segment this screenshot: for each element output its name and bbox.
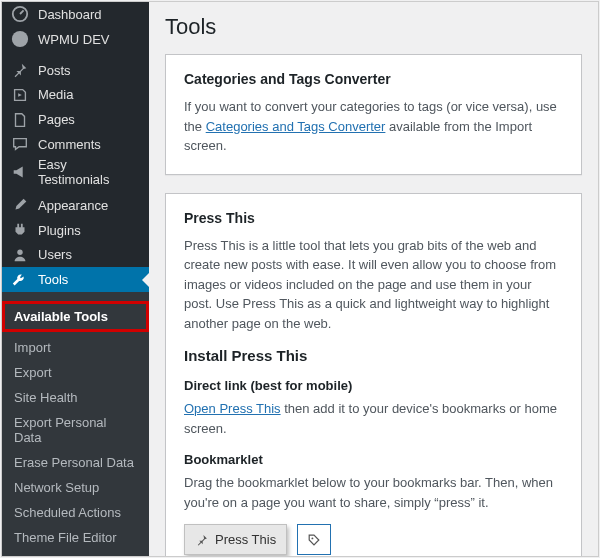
media-icon [10,85,30,105]
comment-icon [10,134,30,154]
pin-icon [195,533,209,547]
submenu-available-tools[interactable]: Available Tools [14,306,137,327]
sidebar-item-posts[interactable]: Posts [2,58,149,83]
sidebar-item-testimonials[interactable]: Easy Testimonials [2,157,149,187]
submenu-export[interactable]: Export [2,360,149,385]
press-this-button-label: Press This [215,532,276,547]
page-icon [10,110,30,130]
press-this-copy-button[interactable] [297,524,331,555]
main-content: Tools Categories and Tags Converter If y… [149,2,598,556]
dashboard-icon [10,4,30,24]
sidebar-item-media[interactable]: Media [2,82,149,107]
sidebar-item-comments[interactable]: Comments [2,132,149,157]
bookmarklet-text: Drag the bookmarklet below to your bookm… [184,473,563,512]
submenu-theme-editor[interactable]: Theme File Editor [2,525,149,550]
sidebar-item-users[interactable]: Users [2,243,149,268]
pin-icon [10,60,30,80]
user-icon [10,245,30,265]
svg-point-1 [12,31,28,47]
sidebar-item-label: Posts [38,63,71,78]
submenu-scheduled[interactable]: Scheduled Actions [2,500,149,525]
wpmu-icon [10,29,30,49]
svg-point-2 [17,249,22,254]
submenu-site-health[interactable]: Site Health [2,385,149,410]
sidebar-item-label: Users [38,247,72,262]
sidebar-item-label: Easy Testimonials [38,157,141,187]
wrench-icon [10,270,30,290]
submenu-network-setup[interactable]: Network Setup [2,475,149,500]
submenu-erase-personal[interactable]: Erase Personal Data [2,450,149,475]
sidebar-item-tools[interactable]: Tools [2,267,149,292]
sidebar-item-appearance[interactable]: Appearance [2,193,149,218]
press-this-intro: Press This is a little tool that lets yo… [184,236,563,334]
page-title: Tools [165,14,582,40]
sidebar-item-label: Comments [38,137,101,152]
sidebar-item-plugins[interactable]: Plugins [2,218,149,243]
tools-submenu: Available Tools Import Export Site Healt… [2,292,149,556]
brush-icon [10,195,30,215]
sidebar-item-label: Tools [38,272,68,287]
highlight-available-tools: Available Tools [2,301,149,332]
direct-link-text: Open Press This then add it to your devi… [184,399,563,438]
bookmarklet-heading: Bookmarklet [184,452,563,467]
sidebar-item-wpmu[interactable]: WPMU DEV [2,27,149,52]
link-open-press-this[interactable]: Open Press This [184,401,281,416]
sidebar-item-dashboard[interactable]: Dashboard [2,2,149,27]
sidebar-item-label: Appearance [38,198,108,213]
press-this-heading: Press This [184,210,563,226]
megaphone-icon [10,162,30,182]
sidebar-item-label: Pages [38,112,75,127]
install-heading: Install Press This [184,347,563,364]
link-converter[interactable]: Categories and Tags Converter [206,119,386,134]
submenu-export-personal[interactable]: Export Personal Data [2,410,149,450]
admin-sidebar: Dashboard WPMU DEV Posts Media Pages Com… [2,2,149,556]
sidebar-item-pages[interactable]: Pages [2,107,149,132]
svg-point-3 [312,537,314,539]
card-press-this: Press This Press This is a little tool t… [165,193,582,557]
sidebar-item-label: Dashboard [38,7,102,22]
card-converter-heading: Categories and Tags Converter [184,71,563,87]
sidebar-item-label: WPMU DEV [38,32,110,47]
card-converter: Categories and Tags Converter If you wan… [165,54,582,175]
sidebar-item-label: Plugins [38,223,81,238]
direct-link-heading: Direct link (best for mobile) [184,378,563,393]
card-converter-text: If you want to convert your categories t… [184,97,563,156]
tag-icon [306,532,322,548]
submenu-import[interactable]: Import [2,335,149,360]
press-this-bookmarklet[interactable]: Press This [184,524,287,555]
sidebar-item-label: Media [38,87,73,102]
plugin-icon [10,220,30,240]
